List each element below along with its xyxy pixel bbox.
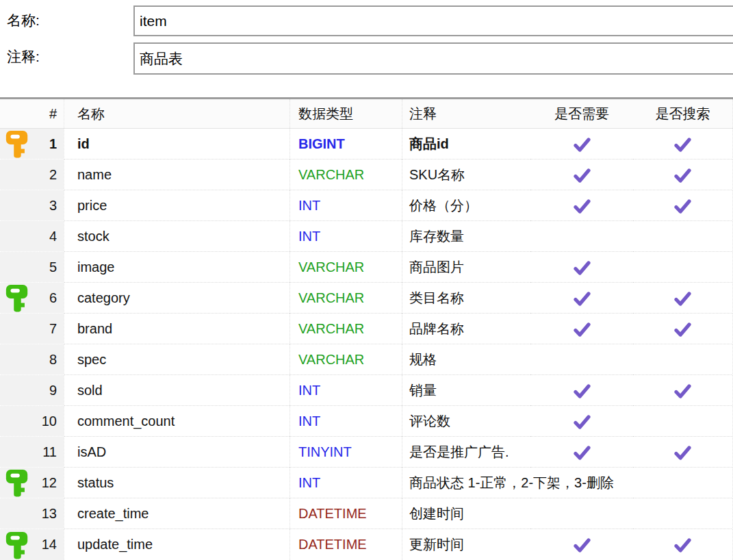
field-comment-cell[interactable]: 更新时间 [402, 529, 530, 560]
field-row-sold[interactable]: 9 sold INT 销量 [0, 375, 733, 406]
field-comment-cell[interactable]: 价格（分） [402, 190, 530, 221]
field-comment-cell[interactable]: 销量 [402, 375, 530, 406]
field-required-cell[interactable] [530, 437, 633, 468]
row-key-cell [0, 129, 38, 160]
field-type-cell[interactable]: VARCHAR [290, 314, 402, 344]
field-row-image[interactable]: 5 image VARCHAR 商品图片 [0, 252, 733, 283]
field-name-cell[interactable]: update_time [64, 529, 290, 560]
field-comment-cell[interactable]: 创建时间 [402, 498, 530, 529]
field-type-cell[interactable]: DATETIME [290, 529, 402, 560]
row-key-cell [0, 406, 38, 437]
field-name-cell[interactable]: create_time [64, 498, 290, 529]
field-name-cell[interactable]: status [64, 468, 290, 498]
field-comment-cell[interactable]: SKU名称 [402, 160, 530, 190]
field-type-cell[interactable]: TINYINT [290, 437, 402, 468]
field-row-price[interactable]: 3 price INT 价格（分） [0, 190, 733, 221]
field-searchable-cell[interactable] [633, 221, 733, 252]
row-key-cell [0, 375, 38, 406]
field-required-cell[interactable] [530, 468, 633, 498]
field-required-cell[interactable] [530, 375, 633, 406]
field-row-brand[interactable]: 7 brand VARCHAR 品牌名称 [0, 314, 733, 344]
field-name-cell[interactable]: price [64, 190, 290, 221]
field-required-cell[interactable] [530, 221, 633, 252]
field-row-id[interactable]: 1 id BIGINT 商品id [0, 129, 733, 160]
field-comment-cell[interactable]: 是否是推广广告. [402, 437, 530, 468]
field-row-create_time[interactable]: 13 create_time DATETIME 创建时间 [0, 498, 733, 529]
field-required-cell[interactable] [530, 314, 633, 344]
field-searchable-cell[interactable] [633, 529, 733, 560]
field-required-cell[interactable] [530, 129, 633, 160]
field-required-cell[interactable] [530, 529, 633, 560]
field-type-cell[interactable]: VARCHAR [290, 160, 402, 190]
table-comment-label: 注释: [7, 47, 40, 66]
row-index: 2 [38, 160, 64, 190]
field-row-isAD[interactable]: 11 isAD TINYINT 是否是推广广告. [0, 437, 733, 468]
field-type-cell[interactable]: INT [290, 190, 402, 221]
field-required-cell[interactable] [530, 498, 633, 529]
field-required-cell[interactable] [530, 252, 633, 283]
field-searchable-cell[interactable] [633, 252, 733, 283]
field-searchable-cell[interactable] [633, 498, 733, 529]
field-type-cell[interactable]: VARCHAR [290, 344, 402, 375]
field-required-cell[interactable] [530, 190, 633, 221]
field-searchable-cell[interactable] [633, 129, 733, 160]
field-searchable-cell[interactable] [633, 314, 733, 344]
field-type-cell[interactable]: INT [290, 468, 402, 498]
field-searchable-cell[interactable] [633, 160, 733, 190]
field-searchable-cell[interactable] [633, 375, 733, 406]
table-comment-input[interactable] [133, 42, 733, 75]
field-row-category[interactable]: 6 category VARCHAR 类目名称 [0, 283, 733, 314]
table-name-label: 名称: [7, 11, 40, 30]
field-comment-cell[interactable]: 商品状态 1-正常，2-下架，3-删除 [402, 468, 530, 498]
field-searchable-cell[interactable] [633, 406, 733, 437]
checkmark-icon [574, 168, 591, 183]
field-searchable-cell[interactable] [633, 344, 733, 375]
field-name-cell[interactable]: category [64, 283, 290, 314]
field-type-cell[interactable]: INT [290, 375, 402, 406]
field-row-name[interactable]: 2 name VARCHAR SKU名称 [0, 160, 733, 190]
field-comment-cell[interactable]: 评论数 [402, 406, 530, 437]
row-key-cell [0, 468, 38, 498]
column-header-comment: 注释 [402, 99, 530, 128]
field-searchable-cell[interactable] [633, 283, 733, 314]
field-name-cell[interactable]: stock [64, 221, 290, 252]
field-comment-cell[interactable]: 商品图片 [402, 252, 530, 283]
checkmark-icon [574, 446, 591, 460]
field-required-cell[interactable] [530, 406, 633, 437]
field-row-status[interactable]: 12 status INT 商品状态 1-正常，2-下架，3-删除 [0, 468, 733, 498]
table-name-input[interactable] [133, 5, 733, 36]
field-name-cell[interactable]: image [64, 252, 290, 283]
field-row-stock[interactable]: 4 stock INT 库存数量 [0, 221, 733, 252]
field-comment-cell[interactable]: 品牌名称 [402, 314, 530, 344]
field-name-cell[interactable]: comment_count [64, 406, 290, 437]
field-searchable-cell[interactable] [633, 437, 733, 468]
field-searchable-cell[interactable] [633, 468, 733, 498]
field-type-cell[interactable]: DATETIME [290, 498, 402, 529]
field-row-comment_count[interactable]: 10 comment_count INT 评论数 [0, 406, 733, 437]
field-comment-cell[interactable]: 类目名称 [402, 283, 530, 314]
field-name-cell[interactable]: name [64, 160, 290, 190]
field-comment-cell[interactable]: 规格 [402, 344, 530, 375]
field-type-cell[interactable]: VARCHAR [290, 252, 402, 283]
row-key-cell [0, 344, 38, 375]
row-index: 14 [38, 529, 64, 560]
field-searchable-cell[interactable] [633, 190, 733, 221]
field-type-cell[interactable]: VARCHAR [290, 283, 402, 314]
field-row-update_time[interactable]: 14 update_time DATETIME 更新时间 [0, 529, 733, 560]
field-row-spec[interactable]: 8 spec VARCHAR 规格 [0, 344, 733, 375]
field-type-cell[interactable]: INT [290, 221, 402, 252]
field-required-cell[interactable] [530, 344, 633, 375]
field-comment-cell[interactable]: 商品id [402, 129, 530, 160]
field-name-cell[interactable]: sold [64, 375, 290, 406]
key-icon [4, 468, 30, 497]
field-required-cell[interactable] [530, 160, 633, 190]
field-required-cell[interactable] [530, 283, 633, 314]
field-name-cell[interactable]: isAD [64, 437, 290, 468]
checkmark-icon [574, 138, 591, 152]
field-name-cell[interactable]: id [64, 129, 290, 160]
field-comment-cell[interactable]: 库存数量 [402, 221, 530, 252]
field-type-cell[interactable]: INT [290, 406, 402, 437]
field-type-cell[interactable]: BIGINT [290, 129, 402, 160]
field-name-cell[interactable]: brand [64, 314, 290, 344]
field-name-cell[interactable]: spec [64, 344, 290, 375]
